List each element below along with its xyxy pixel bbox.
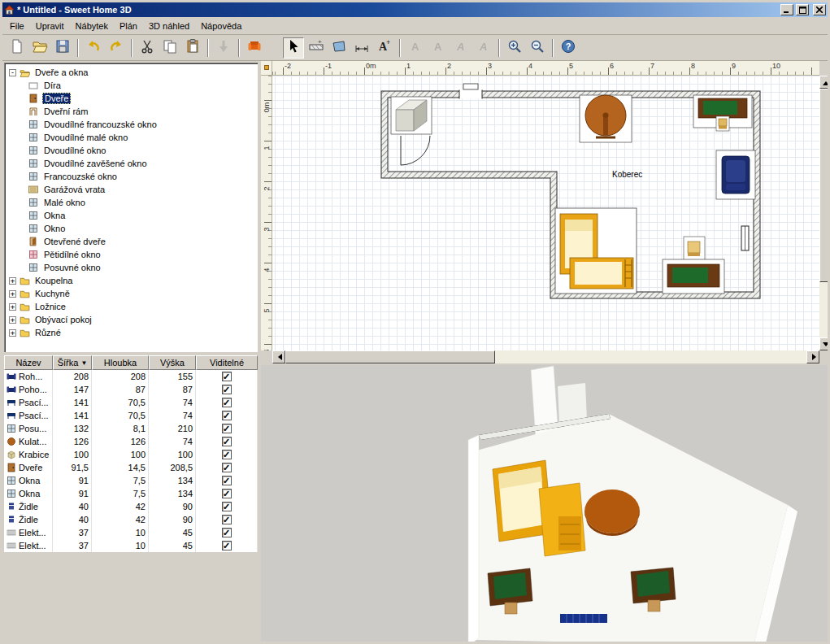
- catalog-item-dvoudilne-francouzske-okno[interactable]: Dvoudílné francouzské okno: [6, 118, 258, 131]
- column-header-viditelne[interactable]: Viditelné: [196, 355, 258, 370]
- open-door-symbol[interactable]: [401, 136, 430, 165]
- catalog-category-obyvaci-pokoj[interactable]: +Obývací pokoj: [6, 313, 258, 326]
- copy-button[interactable]: [159, 37, 180, 59]
- new-home-button[interactable]: [7, 37, 28, 59]
- expand-icon[interactable]: +: [9, 290, 16, 298]
- visible-checkbox[interactable]: ✓: [222, 476, 232, 485]
- undo-button[interactable]: [83, 37, 104, 59]
- catalog-item-francouzske-okno[interactable]: Francouzské okno: [6, 170, 258, 183]
- desk-bottom[interactable]: [663, 259, 724, 294]
- plan-view[interactable]: -2-10m12345678910 0m123456: [261, 61, 830, 363]
- visible-checkbox[interactable]: ✓: [222, 372, 232, 381]
- visible-checkbox[interactable]: ✓: [222, 398, 232, 407]
- visible-checkbox[interactable]: ✓: [222, 515, 232, 524]
- column-header-nazev[interactable]: Název: [4, 355, 53, 370]
- furniture-catalog[interactable]: -Dveře a oknaDíraDveřeDveřní rámDvoudíln…: [4, 63, 258, 352]
- catalog-item-dvoudilne-zavesene-okno[interactable]: Dvoudílné zavěšené okno: [6, 157, 258, 170]
- chair-top-right[interactable]: [716, 116, 729, 131]
- scroll-left-button[interactable]: [272, 350, 285, 363]
- crate[interactable]: [391, 97, 432, 134]
- table-row-dvere-7[interactable]: Dveře91,514,5208,5✓: [4, 461, 258, 474]
- catalog-item-okno[interactable]: Okno: [6, 222, 258, 235]
- menu-nabytek[interactable]: Nábytek: [70, 19, 114, 33]
- table-row-okna-8[interactable]: Okna917,5134✓: [4, 474, 258, 487]
- visible-checkbox[interactable]: ✓: [222, 411, 232, 420]
- expand-icon[interactable]: +: [9, 329, 16, 337]
- 3d-view[interactable]: [261, 365, 830, 644]
- horizontal-scrollbar[interactable]: [272, 350, 819, 363]
- bunk-beds[interactable]: [555, 208, 637, 294]
- catalog-category-dvere-a-okna[interactable]: -Dveře a okna: [6, 66, 258, 79]
- title-bar[interactable]: * Untitled - Sweet Home 3D: [2, 2, 828, 17]
- expand-icon[interactable]: +: [9, 316, 16, 324]
- collapse-icon[interactable]: -: [9, 69, 16, 76]
- table-row-elekt-12[interactable]: Elekt...371045✓: [4, 526, 258, 539]
- visible-checkbox[interactable]: ✓: [222, 450, 232, 459]
- catalog-category-kuchyne[interactable]: +Kuchyně: [6, 287, 258, 300]
- left-wall[interactable]: [468, 435, 479, 644]
- zoom-in-button[interactable]: [504, 37, 525, 59]
- catalog-item-garazova-vrata[interactable]: Garážová vrata: [6, 183, 258, 196]
- paste-button[interactable]: [182, 37, 203, 59]
- scroll-up-button[interactable]: [819, 76, 830, 89]
- plan-canvas[interactable]: Koberec: [272, 76, 819, 350]
- scroll-down-button[interactable]: [819, 337, 830, 350]
- armchair[interactable]: [716, 150, 755, 199]
- catalog-category-koupelna[interactable]: +Koupelna: [6, 274, 258, 287]
- menu-napoveda[interactable]: Nápověda: [195, 19, 247, 33]
- round-table[interactable]: [580, 95, 632, 142]
- table-row-posu-4[interactable]: Posu...1328,1210✓: [4, 422, 258, 435]
- column-header-hloubka[interactable]: Hloubka: [92, 355, 149, 370]
- visible-checkbox[interactable]: ✓: [222, 385, 232, 394]
- add-text-button[interactable]: A+: [374, 37, 395, 59]
- menu-file[interactable]: File: [4, 19, 30, 33]
- small-chair[interactable]: [684, 237, 705, 261]
- catalog-item-otevrene-dvere[interactable]: Otevřené dveře: [6, 235, 258, 248]
- catalog-item-posuvne-okno[interactable]: Posuvné okno: [6, 261, 258, 274]
- table-row-okna-9[interactable]: Okna917,5134✓: [4, 487, 258, 500]
- bench-3d[interactable]: [560, 614, 607, 623]
- wall-window[interactable]: [741, 226, 749, 250]
- catalog-category-loznice[interactable]: +Ložnice: [6, 300, 258, 313]
- menu-upravit[interactable]: Upravit: [30, 19, 70, 33]
- scroll-right-button[interactable]: [806, 350, 819, 363]
- table-row-kulat-5[interactable]: Kulat...12612674✓: [4, 435, 258, 448]
- wall-piece[interactable]: [558, 383, 587, 424]
- catalog-category-ruzne[interactable]: +Různé: [6, 326, 258, 339]
- visible-checkbox[interactable]: ✓: [222, 541, 232, 550]
- add-furniture-button[interactable]: [244, 37, 265, 59]
- catalog-item-dira[interactable]: Díra: [6, 79, 258, 92]
- desk-3d[interactable]: [539, 483, 585, 556]
- maximize-button[interactable]: [796, 4, 809, 15]
- table-row-zidle-10[interactable]: Židle404290✓: [4, 500, 258, 513]
- catalog-item-dvoudilne-okno[interactable]: Dvoudílné okno: [6, 144, 258, 157]
- visible-checkbox[interactable]: ✓: [222, 502, 232, 511]
- open-home-button[interactable]: [29, 37, 50, 59]
- vertical-scroll-thumb[interactable]: [819, 89, 830, 282]
- redo-button[interactable]: [106, 37, 127, 59]
- table-row-krabice-6[interactable]: Krabice100100100✓: [4, 448, 258, 461]
- minimize-button[interactable]: [780, 4, 793, 15]
- door-opening[interactable]: [459, 84, 482, 99]
- cut-button[interactable]: [137, 37, 158, 59]
- table-row-zidle-11[interactable]: Židle404290✓: [4, 513, 258, 526]
- visible-checkbox[interactable]: ✓: [222, 489, 232, 498]
- select-mode-button[interactable]: [283, 37, 304, 59]
- table-row-poho-1[interactable]: Poho...1478787✓: [4, 383, 258, 396]
- create-rooms-button[interactable]: [328, 37, 350, 59]
- catalog-item-dvere[interactable]: Dveře: [6, 92, 258, 105]
- vertical-scrollbar[interactable]: [819, 76, 830, 350]
- table-row-psaci-2[interactable]: Psací...14170,574✓: [4, 396, 258, 409]
- horizontal-scroll-thumb[interactable]: [285, 350, 495, 363]
- menu-plan[interactable]: Plán: [114, 19, 143, 33]
- menu-3d-nahled[interactable]: 3D náhled: [143, 19, 195, 33]
- catalog-item-dverni-ram[interactable]: Dveřní rám: [6, 105, 258, 118]
- plan-drawing[interactable]: Koberec: [272, 76, 819, 350]
- help-button[interactable]: ?: [558, 37, 579, 59]
- table-row-elekt-13[interactable]: Elekt...371045✓: [4, 539, 258, 552]
- column-header-sirka[interactable]: Šířka▼: [53, 355, 92, 370]
- table-row-psaci-3[interactable]: Psací...14170,574✓: [4, 409, 258, 422]
- catalog-item-okna[interactable]: Okna: [6, 209, 258, 222]
- catalog-item-petidilne-okno[interactable]: Pětidílné okno: [6, 248, 258, 261]
- visible-checkbox[interactable]: ✓: [222, 528, 232, 537]
